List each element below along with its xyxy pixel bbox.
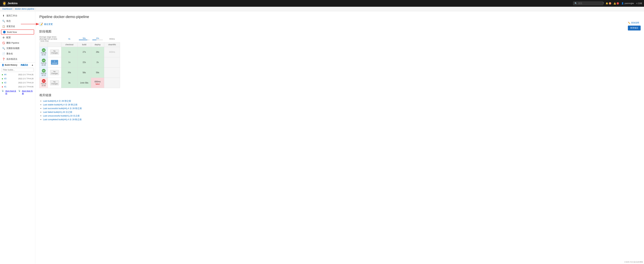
breadcrumb-sep2: › (35, 8, 36, 10)
related-link-6[interactable]: Last completed build(#4),4 分 28 秒之前 (43, 118, 82, 121)
stage-1-checkout[interactable]: 3s (61, 78, 78, 88)
stage-3-cleanws[interactable] (104, 57, 120, 68)
filter-builds-input[interactable] (1, 68, 34, 72)
build-item-2[interactable]: ● #2 2022-2-5 下午4:19 (0, 81, 35, 85)
stage-1-cleanws[interactable] (104, 78, 120, 88)
stage-4-deploy[interactable]: 26s (91, 47, 104, 57)
build-link-3[interactable]: #3 (4, 77, 6, 80)
stage-3-build[interactable]: 22s (78, 57, 91, 68)
related-link-1[interactable]: Last build(#4),4 分 28 秒之前 (43, 100, 71, 102)
sidebar-item-back-label: 返回工作台 (6, 14, 17, 17)
build-badge-2[interactable]: #2 (42, 69, 46, 73)
no-changes-4[interactable]: NoChanges (50, 50, 59, 55)
avg-label: Average stage times: (40, 36, 57, 38)
sidebar-item-rename[interactable]: 📄 重命名 (0, 51, 35, 56)
related-link-4[interactable]: Last failed build(#1),33 分之前 (43, 111, 72, 113)
search-box[interactable]: 🔍 ? (573, 2, 603, 5)
search-input[interactable] (578, 2, 602, 5)
build-badge-1[interactable]: #1 (42, 79, 46, 83)
related-link-3[interactable]: Last successful build(#4),4 分 28 秒之前 (43, 107, 82, 110)
header: 🤵 Jenkins 🔍 ? 🔔 1 ⚠️ 1 👤 yaorongke ⎋ 注销 (0, 0, 644, 7)
stage-2-checkout[interactable]: 30s (61, 68, 78, 78)
stage-2-cleanws[interactable] (104, 68, 120, 78)
back-icon: ⬆ (2, 14, 5, 17)
sidebar-item-config-label: 配置 (6, 36, 11, 39)
recent-changes[interactable]: 📝 最近变更 (39, 22, 640, 26)
build-badge-4[interactable]: #4 (42, 48, 46, 52)
recent-changes-link[interactable]: 最近变更 (44, 23, 53, 26)
atom-feed-all[interactable]: Atom feed 全部 (6, 90, 17, 95)
logout-label: 注销 (638, 2, 642, 5)
build-item-3[interactable]: ● #3 2022-2-5 下午4:28 (0, 77, 35, 81)
stage-1-build[interactable]: 1min 58s (78, 78, 91, 88)
breadcrumb: Dashboard › docker-demo-pipeline › (0, 7, 644, 11)
build-status-icon-2: ● (2, 81, 3, 84)
build-time-2: 2022-2-5 下午4:19 (18, 81, 34, 84)
delete-icon: 🚫 (2, 42, 5, 44)
col-header-build: build (78, 42, 91, 47)
stage-4-checkout[interactable]: 1s (61, 47, 78, 57)
stage-4-build[interactable]: 27s (78, 47, 91, 57)
page-title: Pipeline docker-demo-pipeline (39, 15, 640, 19)
related-link-5[interactable]: Last unsuccessful build(#1),33 分之前 (43, 114, 80, 117)
disable-project-button[interactable]: 禁用项目 (628, 26, 641, 31)
jenkins-icon: 🤵 (2, 1, 6, 6)
build-item-1[interactable]: ● #1 2022-2-5 下午4:06 (0, 85, 35, 89)
alert-badge[interactable]: ⚠️ 1 (614, 2, 619, 5)
related-link-2[interactable]: Last stable build(#4),4 分 28 秒之前 (43, 103, 78, 106)
atom-feed-row: 📡 Atom feed 全部 📡 Atom feed 失败 (0, 89, 35, 96)
rss-icon-2: 📡 (18, 90, 21, 95)
stage-4-cleanws[interactable]: 443ms (104, 47, 120, 57)
col-header-checkout: checkout (61, 42, 78, 47)
breadcrumb-pipeline[interactable]: docker-demo-pipeline (15, 8, 34, 10)
sidebar-item-stage-view[interactable]: 🔍 完整阶段视图 (0, 46, 35, 51)
stage-2-build[interactable]: 58s (78, 68, 91, 78)
collapse-icon[interactable]: ▲ (32, 64, 34, 66)
sidebar-item-config[interactable]: ⚙ 配置 (0, 35, 35, 40)
rss-icon: 📡 (2, 90, 4, 95)
help-icon: ? (603, 2, 604, 5)
logout-icon: ⎋ (636, 2, 638, 5)
no-changes-1[interactable]: NoChanges (50, 80, 59, 85)
sidebar-item-pipeline-syntax-label: 流水线语法 (6, 58, 17, 61)
build-time-4: 2022-2-5 下午4:35 (18, 73, 34, 76)
build-date-1: Feb 0516:06 (40, 83, 47, 87)
recent-icon: 📝 (39, 22, 43, 26)
col-header-cleanws: cleanWs (104, 42, 120, 47)
stage-3-checkout[interactable]: 1s (61, 57, 78, 68)
username: yaorongke (624, 2, 634, 5)
sidebar-item-delete[interactable]: 🚫 删除 Pipeline (0, 40, 35, 46)
commit-btn-3[interactable]: 1commit (51, 60, 58, 65)
avg-checkout: 9s (68, 38, 70, 40)
stage-1-deploy[interactable]: 830msfailed (91, 78, 104, 88)
logout-button[interactable]: ⎋ 注销 (636, 2, 642, 5)
sidebar-item-pipeline-syntax[interactable]: ❓ 流水线语法 (0, 56, 35, 62)
no-changes-2[interactable]: NoChanges (50, 70, 59, 75)
table-row-1: #1 Feb 0516:06 NoChanges 3s 1min 58s 830… (40, 78, 120, 88)
build-link-4[interactable]: #4 (4, 73, 6, 76)
changes-icon: 📋 (2, 25, 5, 28)
build-badge-3[interactable]: #3 (42, 59, 46, 62)
atom-feed-failed[interactable]: Atom feed 失败 (22, 90, 34, 95)
build-time-3: 2022-2-5 下午4:28 (18, 77, 34, 80)
search-icon: 🔍 (574, 2, 577, 5)
pipeline-syntax-icon: ❓ (2, 58, 5, 60)
sidebar-item-back[interactable]: ⬆ 返回工作台 (0, 13, 35, 18)
build-status-icon-4: ● (2, 73, 3, 76)
build-item-4[interactable]: ● #4 2022-2-5 下午4:35 (0, 73, 35, 77)
header-left: 🤵 Jenkins (2, 1, 18, 6)
build-history-link[interactable]: 构建历史 (21, 64, 28, 66)
col-header-deploy: deploy (91, 42, 104, 47)
sidebar-item-build-now[interactable]: 🔵 Build Now (1, 30, 34, 35)
stage-view-icon: 🔍 (2, 47, 5, 50)
build-link-2[interactable]: #2 (4, 81, 6, 84)
list-item: Last completed build(#4),4 分 28 秒之前 (43, 118, 640, 121)
breadcrumb-dashboard[interactable]: Dashboard (2, 8, 12, 10)
related-links-list: Last build(#4),4 分 28 秒之前 Last stable bu… (39, 99, 640, 121)
status-icon: 🔍 (2, 20, 5, 22)
bell-badge[interactable]: 🔔 1 (606, 2, 611, 5)
stage-3-deploy[interactable]: 2s (91, 57, 104, 68)
stage-2-deploy[interactable]: 59s (91, 68, 104, 78)
build-link-1[interactable]: #1 (4, 85, 6, 88)
sidebar-item-stage-view-label: 完整阶段视图 (6, 47, 20, 50)
